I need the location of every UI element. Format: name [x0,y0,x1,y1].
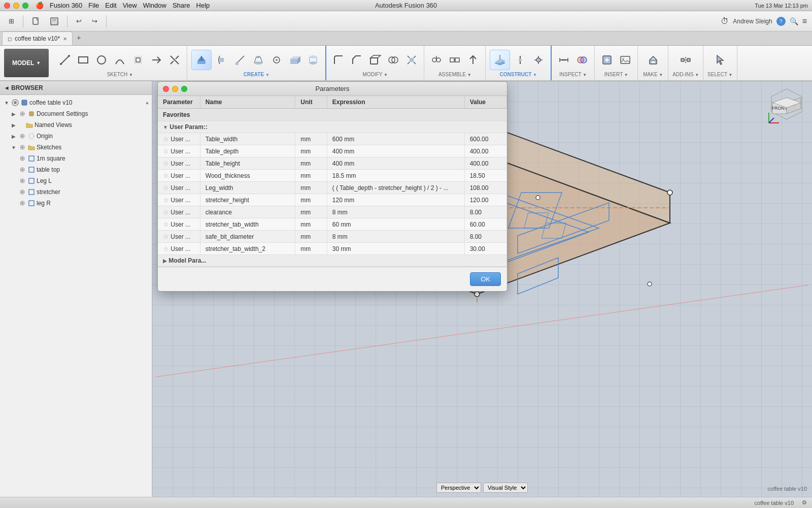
menu-fusion[interactable]: Fusion 360 [50,2,82,9]
status-settings-icon[interactable]: ⚙ [802,499,807,506]
tree-item-leg-r[interactable]: leg R [0,198,152,209]
insert-mcad-icon[interactable] [599,52,615,68]
chamfer-icon[interactable] [349,52,365,68]
param-name-4[interactable]: Wood_thickness [200,170,295,182]
extrude-icon[interactable] [191,50,212,70]
tree-item-stretcher[interactable]: stretcher [0,186,152,198]
param-name-8[interactable]: stretcher_tab_width [200,218,295,231]
section-model-params[interactable]: ▶ Model Para... [158,255,507,267]
visual-style-select[interactable]: Visual Style [483,483,528,493]
section-user-params[interactable]: ▼ User Param:: [158,121,507,133]
param-expr-4[interactable]: 18.5 mm [327,170,464,182]
section-expand-arrow[interactable]: ▼ [163,124,168,130]
tree-arrow-sketches[interactable]: ▼ [10,145,17,150]
active-tab[interactable]: ◻ coffee table v10* ✕ [2,31,73,45]
make-label[interactable]: MAKE ▼ [643,72,663,78]
grid-button[interactable]: ⊞ [5,15,18,27]
menu-share[interactable]: Share [173,2,190,9]
plane-icon[interactable] [490,50,510,70]
sketch-rect-icon[interactable] [75,52,91,68]
shell-icon[interactable] [367,52,383,68]
tree-arrow-named-views[interactable]: ▶ [10,122,17,128]
display-mode-select[interactable]: Perspective [436,483,481,493]
modify-label[interactable]: MODIFY ▼ [363,72,388,78]
tree-item-sketches[interactable]: ▼ Sketches [0,142,152,153]
undo-button[interactable]: ↩ [73,15,85,27]
param-star-3[interactable]: ☆ User ... [158,157,200,170]
sweep-icon[interactable] [232,52,248,68]
measure-icon[interactable] [556,52,572,68]
parameters-dialog[interactable]: Parameters Parameter Name Unit Expressio… [157,81,507,292]
param-name-7[interactable]: clearance [200,206,295,218]
hole-icon[interactable] [268,52,285,68]
sketch-circle-icon[interactable] [93,52,110,68]
sketch-label[interactable]: SKETCH ▼ [107,72,133,78]
param-star-9[interactable]: ☆ User ... [158,231,200,243]
axis-icon[interactable] [512,52,528,68]
cylinder-icon[interactable] [305,52,321,68]
tree-arrow-doc[interactable]: ▶ [10,111,17,117]
save-button[interactable] [47,15,62,27]
user-label[interactable]: Andrew Sleigh [733,18,772,25]
add-tab-button[interactable]: + [73,31,85,45]
dialog-close-button[interactable] [163,86,169,92]
create-label[interactable]: CREATE ▼ [244,72,269,78]
menu-view[interactable]: View [123,2,137,9]
addins-icon[interactable] [678,52,694,68]
dialog-maximize-button[interactable] [181,86,187,92]
combine-icon[interactable] [385,52,401,68]
redo-button[interactable]: ↪ [88,15,101,27]
tree-item-1m-square[interactable]: 1m square [0,153,152,164]
box-icon[interactable] [287,52,303,68]
param-star-2[interactable]: ☆ User ... [158,145,200,157]
tree-record-icon[interactable]: ● [146,100,149,106]
param-star-8[interactable]: ☆ User ... [158,218,200,231]
3dprint-icon[interactable] [645,52,661,68]
param-expr-1[interactable]: 600 mm [327,133,464,145]
param-star-7[interactable]: ☆ User ... [158,206,200,218]
construct-label[interactable]: CONSTRUCT ▼ [500,72,537,78]
sketch-offset-icon[interactable] [130,52,146,68]
history-icon[interactable]: ⏱ [721,17,729,26]
tree-eye-icon-tabletop[interactable] [18,166,26,174]
minimize-button[interactable] [13,3,19,9]
param-name-6[interactable]: stretcher_height [200,194,295,206]
tree-item-named-views[interactable]: ▶ Named Views [0,119,152,131]
revolve-icon[interactable] [214,52,230,68]
insert-image-icon[interactable] [617,52,633,68]
param-expr-9[interactable]: 8 mm [327,231,464,243]
close-button[interactable] [4,3,10,9]
sketch-line-icon[interactable] [57,52,73,68]
model-dropdown-button[interactable]: MODEL ▼ [4,49,49,77]
model-expand-arrow[interactable]: ▶ [163,258,167,264]
tree-arrow-root[interactable]: ▼ [3,100,10,106]
param-expr-7[interactable]: 8 mm [327,206,464,218]
param-star-6[interactable]: ☆ User ... [158,194,200,206]
tree-item-origin[interactable]: ▶ Origin [0,131,152,142]
param-expr-2[interactable]: 400 mm [327,145,464,157]
insert-label[interactable]: INSERT ▼ [604,72,628,78]
tree-eye-icon-stretcher[interactable] [18,188,26,196]
param-name-2[interactable]: Table_depth [200,145,295,157]
tree-item-leg-l[interactable]: Leg L [0,175,152,186]
point-icon[interactable] [530,52,547,68]
browser-collapse-icon[interactable]: ◂ [5,84,8,91]
param-name-3[interactable]: Table_height [200,157,295,170]
tree-item-table-top[interactable]: table top [0,164,152,175]
tree-eye-icon-legr[interactable] [18,199,26,207]
menu-help[interactable]: Help [196,2,210,9]
param-expr-6[interactable]: 120 mm [327,194,464,206]
tree-eye-icon-doc[interactable] [18,110,26,118]
menu-window[interactable]: Window [143,2,166,9]
search-icon[interactable]: 🔍 [790,17,798,25]
sketch-arc-icon[interactable] [112,52,128,68]
select-label[interactable]: SELECT ▼ [707,72,732,78]
interference-icon[interactable] [574,52,590,68]
tree-item-doc-settings[interactable]: ▶ Document Settings [0,108,152,119]
addins-label[interactable]: ADD-INS ▼ [672,72,699,78]
fillet-icon[interactable] [330,52,347,68]
param-star-10[interactable]: ☆ User ... [158,243,200,255]
loft-icon[interactable] [250,52,266,68]
tree-eye-icon-origin[interactable] [18,132,26,140]
view-cube[interactable]: FRONT RIGHT [766,86,807,127]
